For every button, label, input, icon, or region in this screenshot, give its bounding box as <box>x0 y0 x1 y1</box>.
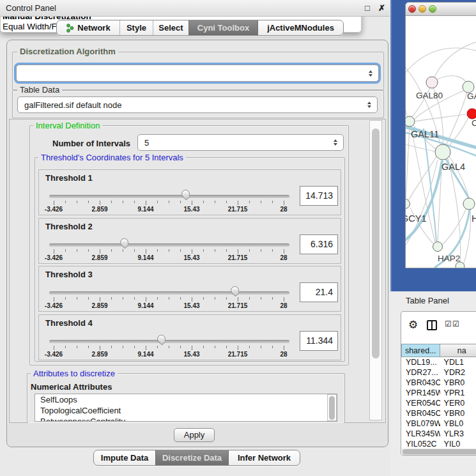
node-gal80[interactable] <box>426 77 438 88</box>
node-table: ⚙ ☑ ☑ shared... na YDL19... YDL1 YDR27..… <box>401 311 476 456</box>
slider-thumb[interactable] <box>157 335 167 347</box>
cell-shared-name[interactable]: YBR043C <box>401 378 440 388</box>
table-row[interactable]: YDR27... YDR2 <box>401 367 476 378</box>
tab-cyni-toolbox-label: Cyni Toolbox <box>197 23 249 33</box>
checkbox-icon[interactable]: ☑ <box>452 319 459 328</box>
table-panel-title: Table Panel <box>406 296 449 305</box>
cell-shared-name[interactable]: YBR045C <box>401 408 440 418</box>
cell-shared-name[interactable]: YER054C <box>401 398 440 408</box>
node-h[interactable] <box>463 198 475 210</box>
table-header-row: shared... na <box>401 344 476 357</box>
float-window-icon[interactable]: □ <box>365 3 370 13</box>
cell-shared-name[interactable]: YDL19... <box>401 357 440 367</box>
tab-select[interactable]: Select <box>153 20 188 35</box>
table-row[interactable]: YBL079W YBL0 <box>401 418 476 429</box>
zoom-traffic-light-icon[interactable] <box>429 5 436 13</box>
cell-name[interactable]: YBR0 <box>440 378 476 388</box>
table-data-group-title: Table Data <box>17 85 62 95</box>
attributes-group-title: Attributes to discretize <box>31 369 118 378</box>
node-gal11[interactable] <box>406 116 415 127</box>
combo-arrows-icon <box>369 70 372 77</box>
cell-name[interactable]: YLR3 <box>440 429 476 439</box>
list-item[interactable]: SelfLoops <box>35 394 337 405</box>
threshold-2-panel: Threshold 2 -3.4262.8599.14415.4321.7152… <box>38 218 341 264</box>
list-item[interactable]: BetweennessCentrality <box>35 416 337 422</box>
network-canvas[interactable]: GAL80 GA C GAL11 GAL4 GCY1 H HAP2 <box>406 16 476 268</box>
threshold-2-value-field[interactable]: 6.316 <box>300 234 338 254</box>
node-gal4[interactable] <box>435 144 450 160</box>
slider-thumb[interactable] <box>120 238 130 250</box>
cell-shared-name[interactable]: YLR345W <box>401 429 440 439</box>
tab-impute-data-label: Impute Data <box>101 453 148 463</box>
table-data-value: galFiltered.sif default node <box>24 100 121 110</box>
threshold-1-value-field[interactable]: 14.713 <box>300 186 338 206</box>
table-row[interactable]: YPR145W YPR1 <box>401 388 476 398</box>
table-horizontal-scrollbar[interactable] <box>402 449 476 455</box>
interval-definition-title: Interval Definition <box>33 121 102 130</box>
scrollbar-thumb[interactable] <box>403 449 476 454</box>
cell-shared-name[interactable]: YIL052C <box>401 439 440 448</box>
attributes-list-scrollbar[interactable] <box>327 394 337 421</box>
node-selected-red[interactable] <box>467 109 476 119</box>
node-label-gal4: GAL4 <box>441 162 465 172</box>
close-traffic-light-icon[interactable] <box>408 5 416 13</box>
bottom-tabbar: Impute Data Discretize Data Infer Networ… <box>93 450 300 466</box>
column-header-name[interactable]: na <box>440 344 476 357</box>
tab-jactivemnodules[interactable]: jActiveMNodules <box>257 20 343 35</box>
apply-button[interactable]: Apply <box>174 428 215 442</box>
scrollbar-thumb[interactable] <box>372 128 380 358</box>
tab-style-label: Style <box>127 23 146 33</box>
cell-name[interactable]: YIL0 <box>440 439 476 448</box>
table-data-combobox[interactable]: galFiltered.sif default node <box>17 96 378 113</box>
cell-name[interactable]: YDR2 <box>440 367 476 378</box>
tab-network-label: Network <box>77 23 110 33</box>
cell-name[interactable]: YDL1 <box>440 357 476 367</box>
tab-infer-network-label: Infer Network <box>238 453 291 463</box>
node-hap2[interactable] <box>433 242 443 252</box>
table-row[interactable]: YER054C YER0 <box>401 398 476 408</box>
cell-name[interactable]: YPR1 <box>440 388 476 398</box>
network-window-titlebar[interactable] <box>406 3 476 16</box>
close-icon[interactable]: ✗ <box>378 3 385 13</box>
cell-name[interactable]: YBL0 <box>440 418 476 429</box>
node-gcy1[interactable] <box>406 199 410 209</box>
tab-style[interactable]: Style <box>119 20 153 35</box>
tab-infer-network[interactable]: Infer Network <box>228 450 300 465</box>
numerical-attributes-label: Numerical Attributes <box>31 382 112 392</box>
scrollbar-thumb[interactable] <box>329 396 335 420</box>
main-vertical-scrollbar[interactable] <box>369 120 382 420</box>
columns-icon[interactable] <box>427 320 437 330</box>
tab-discretize-data[interactable]: Discretize Data <box>155 450 228 465</box>
cell-name[interactable]: YER0 <box>440 398 476 408</box>
tab-cyni-toolbox[interactable]: Cyni Toolbox <box>188 20 257 35</box>
number-of-intervals-label: Number of Intervals <box>52 139 130 148</box>
tab-impute-data[interactable]: Impute Data <box>94 450 155 465</box>
checkbox-icon[interactable]: ☑ <box>445 319 452 328</box>
table-row[interactable]: YLR345W YLR3 <box>401 429 476 439</box>
slider-thumb[interactable] <box>181 190 191 202</box>
combo-arrows-icon <box>334 139 337 146</box>
algorithm-combobox[interactable] <box>16 65 379 82</box>
table-row[interactable]: YBR045C YBR0 <box>401 408 476 418</box>
slider-thumb[interactable] <box>231 286 240 298</box>
threshold-3-value-field[interactable]: 21.4 <box>300 282 338 302</box>
cytoscape-desktop: GAL80 GA C GAL11 GAL4 GCY1 H HAP2 <box>390 0 476 291</box>
minimize-traffic-light-icon[interactable] <box>418 5 426 13</box>
threshold-1-panel: Threshold 1 -3.4262.8599.14415.4321.7152… <box>38 169 341 215</box>
column-header-shared-name[interactable]: shared... <box>401 344 440 357</box>
tab-jactivemnodules-label: jActiveMNodules <box>267 23 334 33</box>
table-row[interactable]: YIL052C YIL0 <box>401 439 476 448</box>
number-of-intervals-combobox[interactable]: 5 <box>137 134 344 151</box>
cell-shared-name[interactable]: YPR145W <box>401 388 440 398</box>
table-row[interactable]: YBR043C YBR0 <box>401 378 476 388</box>
list-item[interactable]: TopologicalCoefficient <box>35 405 337 416</box>
gear-icon[interactable]: ⚙ <box>408 318 418 332</box>
table-row[interactable]: YDL19... YDL1 <box>401 357 476 367</box>
tab-network[interactable]: Network <box>57 20 119 35</box>
network-view-window[interactable]: GAL80 GA C GAL11 GAL4 GCY1 H HAP2 <box>405 2 476 268</box>
cell-shared-name[interactable]: YBL079W <box>401 418 440 429</box>
cell-name[interactable]: YBR0 <box>440 408 476 418</box>
panel-title: Control Panel <box>6 3 56 13</box>
cell-shared-name[interactable]: YDR27... <box>401 367 440 378</box>
threshold-4-value-field[interactable]: 11.344 <box>300 331 338 351</box>
